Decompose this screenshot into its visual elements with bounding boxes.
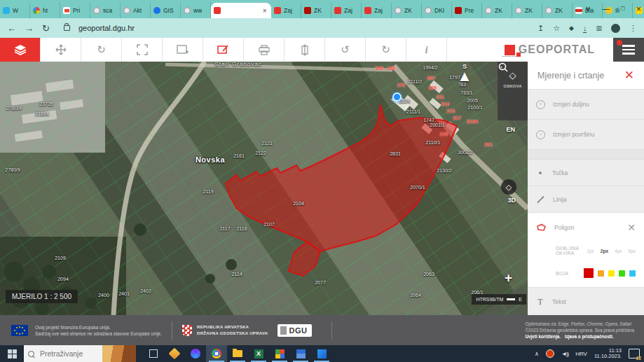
terms-link[interactable]: Uvjeti korištenja. xyxy=(525,334,560,339)
tab[interactable]: ZK xyxy=(482,3,512,18)
print-button[interactable] xyxy=(244,38,285,62)
tab[interactable]: Akt xyxy=(121,3,151,18)
measure-length-item[interactable]: › Izmjeri duljinu xyxy=(528,90,644,120)
url-text[interactable]: geoportal.dgu.hr xyxy=(78,24,135,32)
tab[interactable]: ZK xyxy=(301,3,331,18)
excel-button[interactable]: X xyxy=(248,345,269,362)
info-button[interactable]: i xyxy=(406,38,447,62)
draw-button[interactable] xyxy=(203,38,244,62)
menu-dots-icon[interactable]: ⋮ xyxy=(629,24,637,33)
map-side-strip: ◇ OSNOVA xyxy=(498,62,528,120)
panel-close-icon[interactable]: ✕ xyxy=(624,69,634,81)
volume-icon[interactable]: ◄)) xyxy=(561,351,568,357)
threed-toggle[interactable]: 3D xyxy=(507,197,516,204)
measure-area-item[interactable]: › Izmjeri površinu xyxy=(528,120,644,150)
notification-center-icon[interactable]: 22 xyxy=(629,349,640,358)
tab[interactable]: sca xyxy=(90,3,121,18)
redo-button[interactable]: ↻ xyxy=(366,38,406,62)
orbit-button[interactable]: ↻ xyxy=(81,38,122,62)
menu-hamburger-button[interactable] xyxy=(613,38,644,62)
thickness-option-1px[interactable]: 1px xyxy=(587,249,594,253)
calculator-button[interactable] xyxy=(290,345,311,362)
zoom-in-icon[interactable]: + xyxy=(505,270,512,286)
measure-button[interactable] xyxy=(285,38,325,62)
tab[interactable]: ZK xyxy=(542,3,573,18)
tab[interactable]: Zaj xyxy=(331,3,362,18)
pan-button[interactable] xyxy=(41,38,81,62)
profile-avatar[interactable] xyxy=(611,24,620,33)
thickness-option-8px[interactable]: 8px xyxy=(629,249,636,253)
footer-bar: Ovaj projekt financira Europska unija. S… xyxy=(0,315,644,345)
point-tool-item[interactable]: Točka xyxy=(528,160,644,186)
tab[interactable]: W xyxy=(0,3,30,18)
undo-button[interactable]: ↺ xyxy=(325,38,366,62)
globe-tab-icon xyxy=(395,7,402,14)
clock-date: 11.10.2023. xyxy=(594,354,622,360)
clock[interactable]: 11:13 11.10.2023. xyxy=(594,348,622,360)
grid-app-button[interactable] xyxy=(269,345,290,362)
tab[interactable]: ZK xyxy=(392,3,422,18)
layers-circle-icon[interactable]: ◇ xyxy=(501,179,516,195)
tab-search-icon[interactable]: ∨ xyxy=(585,4,591,13)
color-swatch[interactable] xyxy=(619,270,625,277)
color-swatch[interactable] xyxy=(584,268,594,278)
tray-red-status-icon[interactable] xyxy=(546,349,554,358)
tab[interactable]: ht xyxy=(30,3,60,18)
fullscreen-button[interactable] xyxy=(122,38,163,62)
forward-icon[interactable]: → xyxy=(25,23,34,34)
chrome-icon xyxy=(212,349,221,358)
reload-icon[interactable]: ↻ xyxy=(42,23,50,34)
zoom-extent-button[interactable] xyxy=(163,38,203,62)
language-indicator[interactable]: HRV xyxy=(575,351,587,357)
tab[interactable]: Zaj xyxy=(271,3,301,18)
thickness-option-2px[interactable]: 2px xyxy=(601,249,608,253)
tab[interactable]: ww xyxy=(181,3,211,18)
file-explorer-button[interactable] xyxy=(227,345,248,362)
color-swatch[interactable] xyxy=(608,270,615,277)
extensions-icon[interactable]: ◆ xyxy=(569,25,574,32)
tray-chevron-icon[interactable]: ∧ xyxy=(535,351,539,357)
chrome-button[interactable] xyxy=(206,345,227,362)
close-button[interactable]: × xyxy=(636,4,641,14)
tab-active[interactable]: × xyxy=(211,3,271,18)
minimize-button[interactable]: — xyxy=(602,4,610,13)
line-tool-item[interactable]: Linija xyxy=(528,186,644,213)
map-canvas[interactable]: Stari GrabovacNovska23735218842780/42780… xyxy=(0,62,528,315)
task-view-button[interactable] xyxy=(143,345,164,362)
tab[interactable]: Zaj xyxy=(362,3,392,18)
optimized-for-text: Optimizirano za: Edge, Firefox, Chrome, … xyxy=(525,321,634,327)
accessibility-link[interactable]: Izjava o pristupačnosti. xyxy=(565,334,614,339)
search-input[interactable] xyxy=(39,349,103,358)
back-icon[interactable]: ← xyxy=(7,23,16,34)
basemap-diamond-icon[interactable]: ◇ xyxy=(509,71,516,80)
taskbar-search[interactable] xyxy=(24,345,136,362)
share-icon[interactable]: ↥ xyxy=(537,24,544,33)
tab[interactable]: GIS xyxy=(151,3,181,18)
tab[interactable]: Pri xyxy=(60,3,90,18)
app-diamond-button[interactable] xyxy=(164,345,185,362)
gmail-tab-icon xyxy=(63,7,70,14)
pdf-tab-icon xyxy=(304,7,311,14)
language-toggle[interactable]: EN xyxy=(506,126,515,133)
thickness-option-4px[interactable]: 4px xyxy=(615,249,622,253)
tab-close-icon[interactable]: × xyxy=(261,6,268,15)
tab[interactable]: DKI xyxy=(422,3,452,18)
tab[interactable]: ZK xyxy=(512,3,542,18)
basemap-label[interactable]: OSNOVA xyxy=(503,84,521,88)
text-tool-item[interactable]: T Tekst xyxy=(528,288,644,316)
media-app-button[interactable] xyxy=(185,345,206,362)
polygon-close-icon[interactable]: ✕ xyxy=(627,222,636,233)
blue-app-button[interactable] xyxy=(311,345,332,362)
search-magnifier-icon xyxy=(28,351,34,357)
split-screen-icon[interactable]: ▥ xyxy=(596,25,602,32)
maximize-button[interactable]: □ xyxy=(621,5,624,12)
tab[interactable]: Pre xyxy=(452,3,482,18)
geoportal-logo[interactable]: GEOPORTAL xyxy=(505,38,595,62)
start-button[interactable] xyxy=(0,345,24,362)
download-icon[interactable]: ↓ xyxy=(583,24,587,33)
polygon-tool-item[interactable]: Poligon ✕ xyxy=(528,213,644,242)
color-swatch[interactable] xyxy=(629,270,636,277)
color-swatch[interactable] xyxy=(598,270,604,277)
bookmark-star-icon[interactable]: ☆ xyxy=(553,24,560,33)
layers-button[interactable] xyxy=(0,38,41,62)
